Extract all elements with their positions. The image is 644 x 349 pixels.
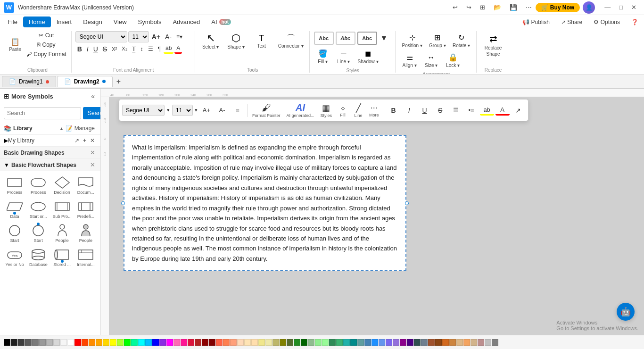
shape-subprocess[interactable]: Sub Pro... [51,198,73,220]
floating-grow-btn[interactable]: A+ [199,106,214,115]
color-swatch[interactable] [195,339,201,346]
shape-btn[interactable]: ⬡ Shape ▾ [224,31,248,51]
cut-btn[interactable]: ✂ Cut [25,31,68,40]
shape-internal[interactable]: Internal... [75,246,97,268]
floating-align-btn[interactable]: ≡ [231,106,245,115]
styles-more-btn[interactable]: ▼ [379,33,390,43]
color-swatch[interactable] [11,339,17,346]
color-swatch[interactable] [364,339,371,346]
shape-yesno[interactable]: Yes Yes or No [4,246,25,268]
floating-list-btn[interactable]: ☰ [449,106,463,115]
shape-decision[interactable]: Decision [51,174,73,196]
floating-italic-btn[interactable]: I [402,106,416,115]
more-btn[interactable]: ⋯ [522,2,536,13]
my-library-export-btn[interactable]: ↗ [73,136,81,145]
color-swatch[interactable] [159,339,166,346]
tab-drawing1[interactable]: 📄 Drawing1 [2,76,56,87]
color-swatch[interactable] [110,339,116,346]
my-library-close-btn[interactable]: ✕ [88,136,97,145]
color-swatch[interactable] [336,339,343,346]
color-swatch[interactable] [463,339,470,346]
color-swatch[interactable] [181,339,187,346]
shape-process[interactable]: Process [4,174,25,196]
color-swatch[interactable] [25,339,32,346]
menu-insert[interactable]: Insert [51,17,78,27]
style-swatch-2[interactable]: Abc [336,32,355,45]
buy-now-btn[interactable]: 🛒 Buy Now [536,3,580,12]
menu-file[interactable]: File [2,17,23,27]
color-swatch[interactable] [421,339,428,346]
copy-btn[interactable]: ⎘ Copy [25,41,68,49]
search-input[interactable] [4,107,81,119]
maximize-btn[interactable]: □ [615,2,627,13]
color-swatch[interactable] [39,339,46,346]
menu-design[interactable]: Design [77,17,107,27]
color-swatch[interactable] [322,339,329,346]
color-swatch[interactable] [18,339,25,346]
color-swatch[interactable] [103,339,109,346]
color-swatch[interactable] [209,339,215,346]
color-swatch[interactable] [272,339,279,346]
floating-format-painter-btn[interactable]: 🖌 Format Painter [250,101,283,119]
color-swatch[interactable] [4,339,10,346]
color-swatch[interactable] [145,339,152,346]
floating-line-btn[interactable]: ╱ Line [351,102,365,119]
font-size-select[interactable]: 11 89101214 [128,31,149,42]
color-swatch[interactable] [152,339,159,346]
size-btn[interactable]: ↔ Size ▾ [421,51,442,70]
color-swatch[interactable] [407,339,413,346]
floating-ai-btn[interactable]: AI AI generated... [284,101,317,119]
color-swatch[interactable] [131,339,138,346]
color-swatch[interactable] [456,339,463,346]
lock-btn[interactable]: 🔒 Lock ▾ [443,51,463,70]
open-btn[interactable]: 📂 [490,2,505,13]
font-color-btn[interactable]: A [174,44,182,54]
underline-btn[interactable]: U [91,44,100,54]
color-swatch[interactable] [435,339,442,346]
color-swatch[interactable] [46,339,53,346]
new-btn[interactable]: ⊞ [476,2,489,13]
color-swatch[interactable] [393,339,399,346]
add-tab-btn[interactable]: + [114,77,124,86]
search-btn[interactable]: Search [83,107,101,119]
color-swatch[interactable] [32,339,39,346]
subscript-btn[interactable]: X₂ [120,45,129,53]
style-swatch-1[interactable]: Abc [314,32,334,45]
position-btn[interactable]: ⊹ Position ▾ [399,31,425,50]
align-btn[interactable]: ≡▾ [174,33,184,41]
menu-home[interactable]: Home [23,17,51,27]
copy-format-btn[interactable]: 🖌 Copy Format [25,50,68,58]
floating-underline-btn[interactable]: U [418,106,432,115]
color-swatch[interactable] [294,339,300,346]
text-box-container[interactable]: What is imperialism: Imperialism is defi… [124,135,406,271]
color-swatch[interactable] [173,339,180,346]
fill-btn[interactable]: 🪣 Fill ▾ [314,47,332,66]
floating-size-select[interactable]: 11 [172,105,193,116]
color-swatch[interactable] [258,339,265,346]
floating-bold-btn[interactable]: B [387,106,401,115]
canvas-content[interactable]: Segoe UI ▾ 11 ▾ A+ A- ≡ 🖌 Format Painter… [109,97,644,335]
bold-btn[interactable]: B [75,44,84,54]
highlight-btn[interactable]: ab [164,44,173,54]
color-swatch[interactable] [357,339,364,346]
publish-btn[interactable]: 📢 Publish [519,17,553,27]
color-swatch[interactable] [471,339,477,346]
color-swatch[interactable] [138,339,145,346]
color-swatch[interactable] [308,339,314,346]
shape-database[interactable]: Database [27,246,49,268]
color-swatch[interactable] [442,339,449,346]
undo-btn[interactable]: ↩ [449,2,462,13]
shape-start-oval[interactable]: Start or... [27,198,49,220]
color-swatch[interactable] [124,339,131,346]
color-swatch[interactable] [350,339,357,346]
color-swatch[interactable] [251,339,258,346]
text-content-box[interactable]: What is imperialism: Imperialism is defi… [124,135,406,271]
menu-advanced[interactable]: Advanced [167,17,206,27]
color-swatch[interactable] [244,339,251,346]
manage-btn[interactable]: 📝 Manage [64,124,97,133]
menu-view[interactable]: View [108,17,132,27]
sidebar-collapse-btn[interactable]: « [89,91,97,101]
rotate-btn[interactable]: ↻ Rotate ▾ [450,31,473,50]
paragraph-btn[interactable]: ¶ [156,45,163,53]
color-swatch[interactable] [67,339,74,346]
